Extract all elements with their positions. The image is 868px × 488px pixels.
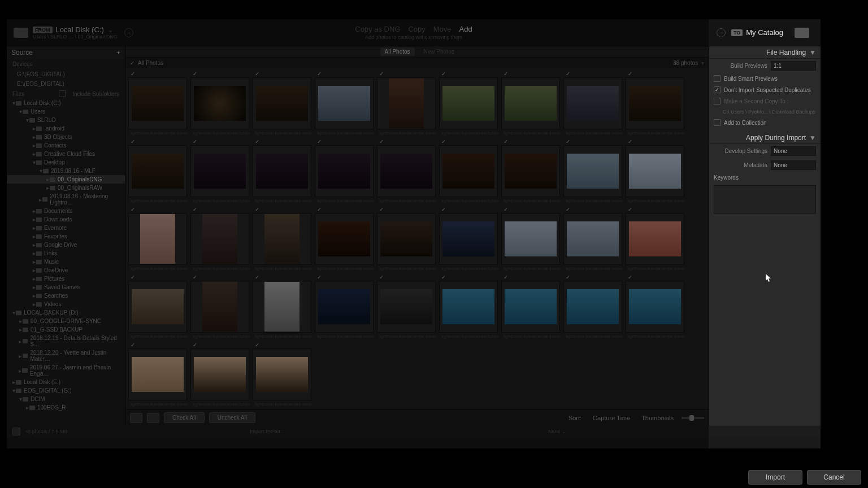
thumbnail[interactable]: ✓lightroom-fundamental-tutori… xyxy=(377,71,438,137)
thumbnail[interactable]: ✓lightroom-fundamental-tutori… xyxy=(501,71,562,137)
thumbnail[interactable]: ✓lightroom-fundamental-tutori… xyxy=(190,342,251,408)
tab-new-photos[interactable]: New Photos xyxy=(424,49,454,55)
thumbnail[interactable]: ✓lightroom-fundamental-tutori… xyxy=(439,138,500,205)
loupe-view-icon[interactable] xyxy=(147,413,159,423)
second-copy-checkbox[interactable] xyxy=(714,98,721,104)
thumbnail[interactable]: ✓lightroom-fundamental-tutori… xyxy=(315,206,376,273)
add-source-icon[interactable]: + xyxy=(116,49,120,56)
tree-item[interactable]: ▾DCIM xyxy=(7,395,125,403)
tree-item[interactable]: ▸Creative Cloud Files xyxy=(7,150,125,158)
tree-item[interactable]: ▸Links xyxy=(7,249,125,258)
tree-item[interactable]: ▸Evernote xyxy=(7,224,125,232)
thumbnail[interactable]: ✓lightroom-fundamental-tutori… xyxy=(626,71,687,137)
minimize-icon[interactable] xyxy=(12,428,20,435)
thumbnail[interactable]: ✓lightroom-fundamental-tutori… xyxy=(501,138,562,205)
tree-item[interactable]: ▸Pictures xyxy=(7,274,125,283)
tree-item[interactable]: ▸00_GOOGLE-DRIVE-SYNC xyxy=(7,317,125,325)
thumbnail[interactable]: ✓lightroom-fundamental-tutori… xyxy=(626,138,687,205)
sort-value[interactable]: Capture Time xyxy=(593,415,630,421)
tree-item[interactable]: ▸Contacts xyxy=(7,141,125,150)
import-preset-value[interactable]: None ⌄ xyxy=(548,429,566,434)
tree-item[interactable]: ▸00_OriginalsDNG xyxy=(7,175,125,184)
thumbnail[interactable]: ✓lightroom-fundamental-tutori… xyxy=(377,138,438,205)
device-item[interactable]: G:\(EOS_DIGITAL) xyxy=(7,69,125,79)
mode-copy[interactable]: Copy xyxy=(408,25,425,33)
metadata-select[interactable]: None xyxy=(771,160,816,170)
thumbnail[interactable]: ✓lightroom-fundamental-tutori… xyxy=(563,71,624,137)
tree-item[interactable]: ▸Videos xyxy=(7,300,125,308)
thumbnail[interactable]: ✓lightroom-fundamental-tutori… xyxy=(128,274,189,341)
thumbnail[interactable]: ✓lightroom-fundamental-tutori… xyxy=(315,71,376,137)
tree-item[interactable]: ▾EOS_DIGITAL (G:) xyxy=(7,386,125,395)
thumbnail[interactable]: ✓lightroom-fundamental-tutori… xyxy=(190,138,251,205)
thumbnail[interactable]: ✓lightroom-fundamental-tutori… xyxy=(377,274,438,341)
mode-move[interactable]: Move xyxy=(433,25,452,33)
tree-item[interactable]: ▸Saved Games xyxy=(7,283,125,291)
tree-item[interactable]: ▾Local Disk (C:) xyxy=(7,99,125,107)
from-title[interactable]: Local Disk (C:) xyxy=(56,25,104,34)
thumbnail[interactable]: ✓lightroom-fundamental-tutori… xyxy=(253,342,314,408)
import-mode-tabs[interactable]: Copy as DNGCopyMoveAdd xyxy=(355,25,472,33)
thumbnail[interactable]: ✓lightroom-fundamental-tutori… xyxy=(439,274,500,341)
tree-item[interactable]: ▸3D Objects xyxy=(7,133,125,141)
smart-previews-checkbox[interactable] xyxy=(714,75,721,82)
thumbnail[interactable]: ✓lightroom-fundamental-tutori… xyxy=(128,206,189,273)
thumbnail[interactable]: ✓lightroom-fundamental-tutori… xyxy=(626,274,687,341)
thumbnail[interactable]: ✓lightroom-fundamental-tutori… xyxy=(190,71,251,137)
tree-item[interactable]: ▾Users xyxy=(7,107,125,116)
tree-item[interactable]: ▸Music xyxy=(7,258,125,266)
thumbnail[interactable]: ✓lightroom-fundamental-tutori… xyxy=(563,206,624,273)
tree-item[interactable]: ▸2018.12.20 - Yvette and Justin Mater… xyxy=(7,348,125,363)
thumbnail[interactable]: ✓lightroom-fundamental-tutori… xyxy=(563,274,624,341)
apply-during-import-header[interactable]: Apply During Import xyxy=(746,134,806,142)
tree-item[interactable]: ▸Documents xyxy=(7,207,125,215)
thumbnail[interactable]: ✓lightroom-fundamental-tutori… xyxy=(501,206,562,273)
tree-item[interactable]: ▸OneDrive xyxy=(7,266,125,274)
thumbnail[interactable]: ✓lightroom-fundamental-tutori… xyxy=(315,274,376,341)
tree-item[interactable]: ▸00_OriginalsRAW xyxy=(7,184,125,192)
thumbnail[interactable]: ✓lightroom-fundamental-tutori… xyxy=(253,274,314,341)
tree-item[interactable]: ▸Downloads xyxy=(7,215,125,224)
thumbnail[interactable]: ✓lightroom-fundamental-tutori… xyxy=(128,138,189,205)
folder-tree[interactable]: ▾Local Disk (C:)▾Users▾SLRLO▸.android▸3D… xyxy=(7,99,125,412)
thumbnail-grid[interactable]: ✓lightroom-fundamental-tutori…✓lightroom… xyxy=(125,68,709,409)
tree-item[interactable]: ▸Google Drive xyxy=(7,241,125,249)
thumbnail-size-slider[interactable] xyxy=(682,417,704,419)
tree-item[interactable]: ▾Desktop xyxy=(7,158,125,167)
tree-item[interactable]: ▸Local Disk (E:) xyxy=(7,378,125,386)
tree-item[interactable]: ▸01_G-SSD BACKUP xyxy=(7,325,125,334)
tree-item[interactable]: ▾SLRLO xyxy=(7,116,125,124)
thumbnail[interactable]: ✓lightroom-fundamental-tutori… xyxy=(128,342,189,408)
tree-item[interactable]: ▸100EOS_R xyxy=(7,403,125,412)
tab-all-photos[interactable]: All Photos xyxy=(380,47,415,56)
tree-item[interactable]: ▸Favorites xyxy=(7,232,125,241)
thumbnail[interactable]: ✓lightroom-fundamental-tutori… xyxy=(315,138,376,205)
thumbnail[interactable]: ✓lightroom-fundamental-tutori… xyxy=(190,274,251,341)
file-handling-header[interactable]: File Handling xyxy=(766,49,806,56)
thumbnail[interactable]: ✓lightroom-fundamental-tutori… xyxy=(253,71,314,137)
tree-item[interactable]: ▸2018.12.19 - Details Details Styled S… xyxy=(7,334,125,348)
keywords-input[interactable] xyxy=(714,185,816,213)
dupes-checkbox[interactable]: ✓ xyxy=(714,86,721,93)
tree-item[interactable]: ▸2019.06.27 - Jasmin and Bhavin Enga… xyxy=(7,363,125,378)
include-subfolders-checkbox[interactable] xyxy=(59,90,66,97)
grid-view-icon[interactable] xyxy=(130,413,142,423)
mode-add[interactable]: Add xyxy=(459,25,472,33)
thumbnail[interactable]: ✓lightroom-fundamental-tutori… xyxy=(563,138,624,205)
add-collection-checkbox[interactable] xyxy=(714,119,721,126)
tree-item[interactable]: ▸.android xyxy=(7,124,125,133)
thumbnail[interactable]: ✓lightroom-fundamental-tutori… xyxy=(253,138,314,205)
tree-item[interactable]: ▾LOCAL-BACKUP (D:) xyxy=(7,308,125,317)
check-all-button[interactable]: Check All xyxy=(164,412,205,423)
tree-item[interactable]: ▸Searches xyxy=(7,291,125,300)
thumbnail[interactable]: ✓lightroom-fundamental-tutori… xyxy=(439,71,500,137)
thumbnail[interactable]: ✓lightroom-fundamental-tutori… xyxy=(253,206,314,273)
thumbnail[interactable]: ✓lightroom-fundamental-tutori… xyxy=(190,206,251,273)
thumbnail[interactable]: ✓lightroom-fundamental-tutori… xyxy=(377,206,438,273)
thumbnail[interactable]: ✓lightroom-fundamental-tutori… xyxy=(128,71,189,137)
thumbnail[interactable]: ✓lightroom-fundamental-tutori… xyxy=(439,206,500,273)
device-item[interactable]: E:\(EOS_DIGITAL) xyxy=(7,79,125,89)
tree-item[interactable]: ▸2019.08.16 - Mastering Lightro… xyxy=(7,192,125,207)
tree-item[interactable]: ▾2019.08.16 - MLF xyxy=(7,167,125,175)
uncheck-all-button[interactable]: Uncheck All xyxy=(209,412,255,423)
